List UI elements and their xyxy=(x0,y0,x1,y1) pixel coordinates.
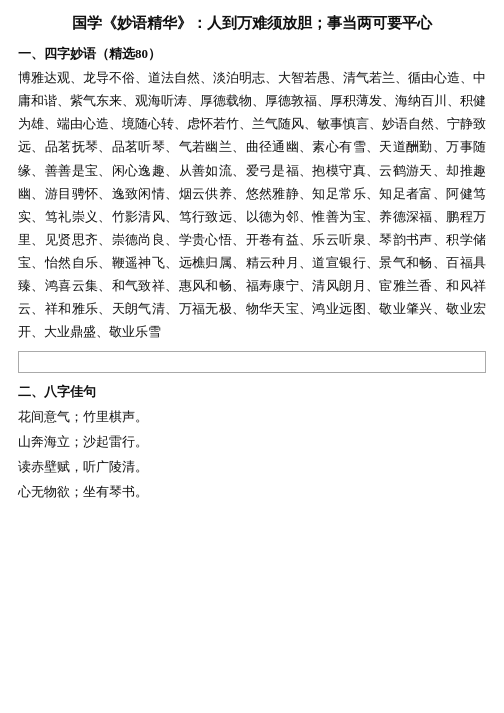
search-input[interactable] xyxy=(18,351,486,373)
poem-block: 花间意气；竹里棋声。 山奔海立；沙起雷行。 读赤壁赋，听广陵清。 心无物欲；坐有… xyxy=(18,405,486,505)
poem-line-4: 心无物欲；坐有琴书。 xyxy=(18,480,486,505)
section1-content: 博雅达观、龙导不俗、道法自然、淡泊明志、大智若愚、清气若兰、循由心造、中庸和谐、… xyxy=(18,67,486,345)
poem-line-3: 读赤壁赋，听广陵清。 xyxy=(18,455,486,480)
page-title: 国学《妙语精华》：人到万难须放胆；事当两可要平心 xyxy=(18,10,486,37)
poem-line-1: 花间意气；竹里棋声。 xyxy=(18,405,486,430)
section2-label: 二、八字佳句 xyxy=(18,383,486,401)
section1-label: 一、四字妙语（精选80） xyxy=(18,45,486,63)
poem-line-2: 山奔海立；沙起雷行。 xyxy=(18,430,486,455)
